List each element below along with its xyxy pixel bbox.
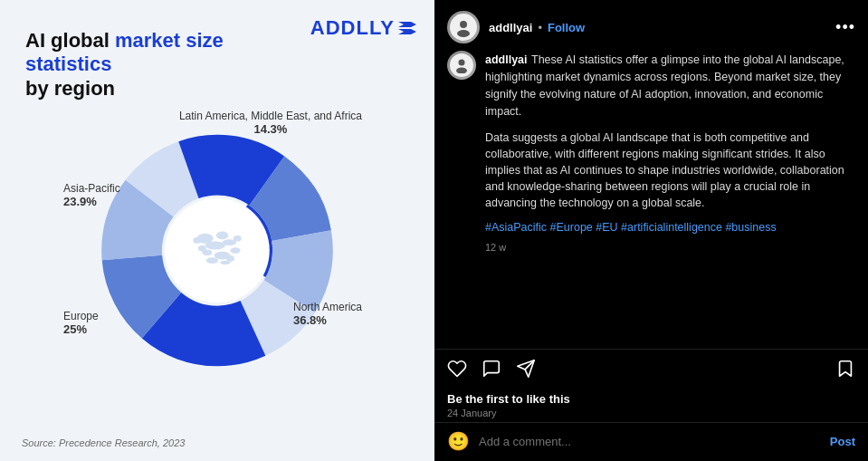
comment-button[interactable]	[482, 359, 501, 383]
share-button[interactable]	[516, 359, 536, 383]
svg-point-13	[206, 258, 218, 264]
follow-button[interactable]: Follow	[548, 21, 585, 34]
post-hashtags: #AsiaPacific #Europe #EU #artificialinte…	[485, 220, 855, 236]
right-panel: addllyai • Follow ••• addllyai These AI …	[434, 0, 868, 461]
svg-point-22	[456, 68, 467, 74]
chart-area: Latin America, Middle East, and Africa 1…	[63, 110, 371, 381]
svg-point-21	[459, 60, 465, 66]
post-body: addllyai These AI statistics offer a gli…	[434, 51, 868, 349]
like-button[interactable]	[447, 359, 467, 383]
post-first-paragraph: These AI statistics offer a glimpse into…	[485, 53, 844, 118]
arrow-1	[398, 22, 416, 27]
svg-point-9	[223, 240, 237, 246]
brand-logo: ADDLLY	[310, 16, 416, 40]
likes-row: Be the first to like this 24 January	[434, 392, 868, 422]
post-header: addllyai • Follow •••	[434, 0, 868, 51]
svg-point-7	[216, 232, 228, 240]
label-northamerica: North America 36.8%	[293, 301, 362, 327]
post-author-row: addllyai These AI statistics offer a gli…	[447, 51, 855, 253]
source-text: Source: Precedence Research, 2023	[22, 437, 185, 448]
svg-point-19	[460, 21, 467, 28]
dot-separator: •	[538, 21, 542, 34]
svg-point-5	[165, 198, 270, 303]
arrow-2	[398, 29, 416, 34]
brand-name: ADDLLY	[310, 16, 395, 40]
svg-point-16	[193, 237, 201, 244]
svg-point-20	[457, 30, 470, 37]
label-asia: Asia-Pacific 23.9%	[63, 182, 120, 208]
bookmark-button[interactable]	[835, 359, 855, 383]
comment-input[interactable]	[479, 435, 821, 448]
donut-chart	[63, 110, 371, 381]
svg-point-8	[205, 242, 225, 250]
post-comment-button[interactable]: Post	[830, 435, 855, 448]
post-date: 24 January	[447, 408, 855, 418]
header-username: addllyai	[489, 21, 532, 34]
header-meta: addllyai • Follow	[489, 21, 826, 34]
post-text-block: addllyai These AI statistics offer a gli…	[485, 51, 855, 253]
header-avatar	[447, 11, 480, 43]
actions-bar	[434, 349, 868, 392]
left-panel: ADDLLY AI global market size statisticsb…	[0, 0, 434, 461]
post-avatar-inner	[450, 53, 473, 77]
more-options-button[interactable]: •••	[835, 18, 855, 37]
post-second-paragraph: Data suggests a global AI landscape that…	[485, 130, 855, 212]
likes-text: Be the first to like this	[447, 392, 855, 406]
label-europe: Europe 25%	[63, 310, 99, 336]
svg-point-15	[198, 245, 206, 252]
post-avatar	[447, 51, 476, 80]
post-time-ago: 12 w	[485, 242, 855, 253]
emoji-button[interactable]: 🙂	[447, 430, 470, 452]
label-latin: Latin America, Middle East, and Africa 1…	[179, 110, 362, 136]
comment-bar: 🙂 Post	[434, 422, 868, 461]
svg-point-17	[234, 235, 242, 242]
brand-arrows	[398, 22, 416, 34]
svg-point-12	[230, 247, 240, 254]
svg-point-18	[226, 255, 234, 262]
chart-title: AI global market size statisticsby regio…	[25, 29, 297, 101]
chart-title-highlight: market size statistics	[25, 29, 224, 75]
post-username: addllyai	[485, 53, 528, 66]
header-avatar-inner	[450, 14, 477, 41]
